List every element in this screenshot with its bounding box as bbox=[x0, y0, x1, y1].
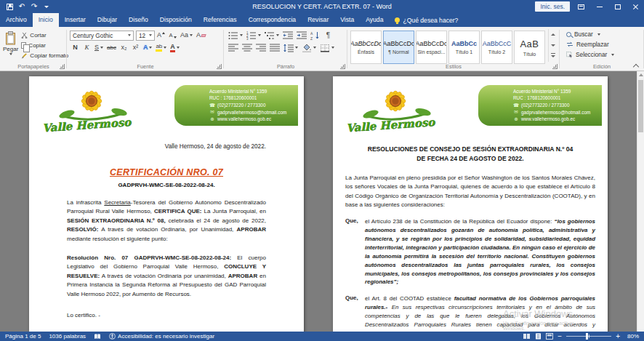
scrollbar-thumb[interactable] bbox=[638, 80, 643, 132]
styles-dialog-launcher-icon[interactable] bbox=[552, 64, 558, 69]
styles-more-icon[interactable] bbox=[549, 51, 557, 62]
document-page-1[interactable]: Valle Hermoso Acuerdo Ministerial N° 135… bbox=[29, 76, 304, 332]
font-name-select[interactable]: Century Gothic bbox=[70, 31, 134, 41]
word-count[interactable]: 1036 palabras bbox=[49, 333, 86, 340]
cut-button[interactable]: Cortar bbox=[21, 31, 68, 40]
document-page-2[interactable]: Valle Hermoso Acuerdo Ministerial N° 135… bbox=[333, 76, 608, 332]
select-button[interactable]: Seleccionar bbox=[562, 49, 642, 60]
highlight-color-button[interactable]: ab bbox=[154, 42, 168, 53]
email-line: ✉gadprvallehermoso@hotmail.com bbox=[209, 109, 294, 115]
replace-button[interactable]: Reemplazar bbox=[562, 39, 642, 49]
styles-scroll-down-icon[interactable] bbox=[549, 40, 557, 51]
bullets-button[interactable] bbox=[227, 30, 244, 41]
strikethrough-button[interactable]: abc bbox=[105, 42, 118, 53]
paste-button[interactable]: Pegar bbox=[2, 29, 19, 63]
tab-correspondencia[interactable]: Correspondencia bbox=[243, 13, 302, 27]
customize-quick-access-icon[interactable] bbox=[43, 1, 50, 12]
font-size-select[interactable]: 12 bbox=[136, 31, 155, 41]
save-icon[interactable] bbox=[6, 1, 13, 12]
font-color-button[interactable]: A bbox=[169, 42, 181, 53]
grow-font-button[interactable]: A bbox=[156, 30, 166, 41]
accessibility-status[interactable]: Accesibilidad: es necesario investigar bbox=[109, 333, 214, 340]
minimize-button[interactable] bbox=[592, 0, 606, 13]
multilevel-list-icon bbox=[265, 31, 275, 40]
highlight-icon: ab bbox=[156, 44, 162, 52]
globe-icon: ⊕ bbox=[513, 116, 519, 122]
style-titulo[interactable]: AaBTítulo bbox=[514, 31, 545, 64]
sort-button[interactable]: AZ bbox=[309, 30, 322, 41]
decrease-indent-button[interactable] bbox=[281, 30, 294, 41]
multilevel-list-button[interactable] bbox=[263, 30, 281, 41]
line-spacing-button[interactable] bbox=[282, 42, 299, 53]
increase-indent-button[interactable] bbox=[295, 30, 308, 41]
styles-scroll-up-icon[interactable] bbox=[549, 29, 557, 40]
zoom-in-button[interactable]: + bbox=[616, 333, 620, 340]
tell-me-search[interactable]: ¿Qué desea hacer? bbox=[389, 13, 464, 27]
zoom-out-button[interactable]: − bbox=[558, 333, 562, 340]
resolution-paragraph: Resolución Nro. 07 GADPRVH-WMC-SE-08-202… bbox=[67, 254, 266, 299]
shrink-font-button[interactable]: A bbox=[167, 30, 178, 41]
superscript-button[interactable]: x² bbox=[130, 42, 141, 53]
zoom-slider-thumb[interactable] bbox=[586, 333, 588, 340]
show-paragraph-marks-button[interactable]: ¶ bbox=[323, 30, 334, 41]
tab-insertar[interactable]: Insertar bbox=[59, 13, 92, 27]
style-enfasis[interactable]: AaBbCcDcÉnfasis bbox=[350, 31, 382, 64]
align-right-button[interactable] bbox=[254, 42, 267, 53]
sign-in-button[interactable]: Inic. ses. bbox=[535, 1, 570, 12]
shading-button[interactable] bbox=[300, 42, 318, 53]
align-left-button[interactable] bbox=[227, 42, 240, 53]
change-case-button[interactable]: Aa bbox=[179, 30, 194, 41]
editing-group: Buscar Reemplazar Seleccionar Edición bbox=[560, 27, 644, 71]
globe-icon: ⊕ bbox=[209, 116, 215, 122]
document-area[interactable]: Valle Hermoso Acuerdo Ministerial N° 135… bbox=[0, 71, 644, 332]
undo-icon[interactable]: ↶ bbox=[18, 1, 25, 12]
align-center-button[interactable] bbox=[241, 42, 254, 53]
print-layout-icon[interactable] bbox=[535, 333, 542, 340]
phone-line: ☎(02)2773220 / 2773300 bbox=[209, 103, 294, 108]
redo-icon[interactable]: ↷ bbox=[31, 1, 38, 12]
read-mode-icon[interactable] bbox=[523, 333, 531, 340]
tab-dibujar[interactable]: Dibujar bbox=[92, 13, 123, 27]
scroll-up-icon[interactable] bbox=[637, 71, 644, 79]
style-sin-espaciado[interactable]: AaBbCcDcSin espaci... bbox=[416, 31, 447, 64]
subscript-button[interactable]: x₂ bbox=[118, 42, 129, 53]
italic-button[interactable]: K bbox=[81, 42, 92, 53]
style-normal[interactable]: AaBbCcDc¶ Normal bbox=[383, 31, 414, 64]
svg-text:A: A bbox=[310, 31, 313, 36]
ribbon-display-options-icon[interactable] bbox=[574, 0, 588, 13]
numbering-button[interactable]: 123 bbox=[245, 30, 262, 41]
numbering-icon: 123 bbox=[246, 31, 257, 40]
style-titulo-2[interactable]: AaBbCcCTítulo 2 bbox=[481, 31, 512, 64]
tab-archivo[interactable]: Archivo bbox=[0, 13, 33, 27]
underline-button[interactable]: S bbox=[93, 42, 105, 53]
maximize-button[interactable] bbox=[611, 0, 624, 13]
vertical-scrollbar[interactable] bbox=[637, 71, 644, 332]
tab-referencias[interactable]: Referencias bbox=[198, 13, 243, 27]
borders-button[interactable] bbox=[318, 42, 336, 53]
close-button[interactable] bbox=[629, 0, 643, 13]
copy-button[interactable]: Copiar bbox=[21, 41, 68, 50]
font-dialog-launcher-icon[interactable] bbox=[217, 64, 222, 69]
page-indicator[interactable]: Página 1 de 5 bbox=[5, 333, 41, 340]
tab-vista[interactable]: Vista bbox=[334, 13, 360, 27]
replace-icon bbox=[566, 41, 573, 47]
tab-revisar[interactable]: Revisar bbox=[302, 13, 334, 27]
text-effects-button[interactable]: A bbox=[142, 42, 154, 53]
proofing-status-icon[interactable] bbox=[94, 334, 101, 340]
find-button[interactable]: Buscar bbox=[562, 29, 642, 39]
tab-ayuda[interactable]: Ayuda bbox=[360, 13, 389, 27]
tab-inicio[interactable]: Inicio bbox=[33, 13, 59, 27]
mail-icon: ✉ bbox=[513, 109, 519, 115]
collapse-ribbon-icon[interactable] bbox=[633, 63, 639, 68]
justify-button[interactable] bbox=[268, 42, 281, 53]
bold-button[interactable]: N bbox=[70, 42, 81, 53]
tab-diseno[interactable]: Diseño bbox=[123, 13, 154, 27]
clear-formatting-button[interactable]: A bbox=[195, 30, 207, 41]
web-layout-icon[interactable] bbox=[546, 333, 553, 340]
clipboard-dialog-launcher-icon[interactable] bbox=[60, 64, 65, 69]
zoom-slider[interactable] bbox=[566, 336, 611, 337]
style-titulo-1[interactable]: AaBbCcTítulo 1 bbox=[448, 31, 480, 64]
zoom-level[interactable]: 80% bbox=[624, 333, 639, 340]
paragraph-dialog-launcher-icon[interactable] bbox=[340, 64, 345, 69]
tab-disposicion[interactable]: Disposición bbox=[154, 13, 198, 27]
